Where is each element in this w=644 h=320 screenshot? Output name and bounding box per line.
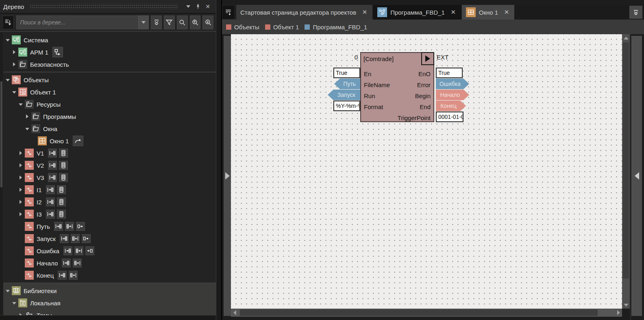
archive-icon[interactable] [59,161,68,170]
tree-row[interactable]: I3 [3,208,216,220]
search-prev-button[interactable] [190,15,201,29]
run-block-button[interactable] [421,52,434,65]
tree-row[interactable]: Начало [3,257,216,269]
expander-icon[interactable] [18,187,24,193]
bind-out-icon[interactable] [65,222,74,231]
expander-icon[interactable] [24,126,30,132]
tree-row[interactable]: Окно 1 [3,135,216,147]
ext-out-icon[interactable] [82,234,91,243]
close-icon[interactable]: ✕ [361,9,368,16]
search-input[interactable] [16,15,138,29]
scroll-down-button[interactable] [622,301,630,309]
tree-row[interactable]: Ошибка [3,245,216,257]
expander-icon[interactable] [5,37,11,43]
canvas-vertical-scrollbar[interactable] [622,34,630,309]
tab-program-fbd[interactable]: Программа_FBD_1 ✕ [373,5,461,20]
bind-out-icon[interactable] [69,271,78,280]
drag-handle[interactable] [30,4,178,9]
search-button[interactable] [177,15,188,29]
deploy-icon[interactable] [52,47,63,57]
tree-row[interactable]: Путь [3,220,216,232]
ext-in-icon[interactable] [85,246,94,255]
tree-row[interactable]: Окна [3,123,216,135]
tab-overflow-button[interactable] [629,6,642,19]
output-tag-konec[interactable]: Конец [436,101,466,111]
bind-in-icon[interactable] [48,173,57,182]
tree-row[interactable]: АРМ 1 [3,46,216,58]
scroll-left-button[interactable] [231,309,238,317]
bind-in-icon[interactable] [63,246,72,255]
tree-row[interactable]: V1 [3,147,216,159]
expander-icon[interactable] [18,162,24,168]
tree-row[interactable]: Запуск [3,232,216,245]
bind-in-icon[interactable] [46,185,55,194]
expander-icon[interactable] [18,101,24,107]
filter-button[interactable] [164,15,175,29]
tree-row[interactable]: Ресурсы [3,98,216,110]
expander-icon[interactable] [18,199,24,205]
tab-window-1[interactable]: Окно 1 ✕ [462,5,514,20]
tree-row[interactable]: I2 [3,196,216,208]
expander-icon[interactable] [18,150,24,156]
input-value-format[interactable]: %Y-%m-% [333,101,360,111]
ext-out-icon[interactable] [76,222,85,231]
tree-row[interactable]: Конец [3,269,216,281]
output-tag-nachalo[interactable]: Начало [436,90,469,100]
archive-icon[interactable] [59,149,68,158]
input-value-en[interactable]: True [333,68,360,78]
tree-row[interactable]: Безопасность [3,58,216,70]
bind-out-icon[interactable] [74,246,83,255]
search-history-button[interactable] [138,15,149,29]
horizontal-scroll-thumb[interactable] [240,309,598,316]
tab-list-button[interactable] [222,5,235,20]
fbd-canvas[interactable]: 0 EXT [Comtrade] En EnO FileName Error R… [231,34,622,309]
bind-in-icon[interactable] [48,161,57,170]
bind-in-icon[interactable] [54,222,63,231]
tree-row[interactable]: V3 [3,171,216,184]
scroll-up-button[interactable] [622,34,630,42]
tab-start-page[interactable]: Стартовая страница редактора проектов ✕ [236,5,372,20]
archive-icon[interactable] [57,197,66,206]
output-tag-oshibka[interactable]: Ошибка [436,79,469,89]
scroll-right-button[interactable] [615,309,622,317]
canvas-horizontal-scrollbar[interactable] [231,309,622,317]
output-value-triggerpoint[interactable]: 0001-01-0 [436,112,463,122]
expander-icon[interactable] [18,175,24,180]
archive-icon[interactable] [57,185,66,194]
expander-icon[interactable] [24,114,30,119]
expander-icon[interactable] [11,49,17,55]
comtrade-function-block[interactable]: [Comtrade] En EnO FileName Error Run Beg… [360,52,434,122]
tree-scrollbar-thumb[interactable] [0,81,2,187]
tree-row[interactable]: Библиотеки [3,285,216,297]
bind-out-icon[interactable] [73,259,82,267]
expander-icon[interactable] [11,300,17,306]
open-icon[interactable] [73,136,83,146]
expand-all-button[interactable] [151,15,162,29]
close-icon[interactable]: ✕ [503,9,510,16]
bind-in-icon[interactable] [46,197,55,206]
pin-button[interactable] [193,2,203,11]
tree-row[interactable]: Локальная [3,297,216,309]
output-value-eno[interactable]: True [436,68,463,78]
tree-scrollbar[interactable] [0,33,3,315]
bind-in-icon[interactable] [48,149,57,158]
input-tag-put[interactable]: Путь [334,79,360,89]
tree-row[interactable]: Объекты [3,74,216,86]
tree-row[interactable]: Темы [3,309,216,315]
tree-row[interactable]: Программы [3,110,216,123]
breadcrumb-item-objects[interactable]: Объекты [226,24,259,31]
archive-icon[interactable] [57,210,66,219]
expander-icon[interactable] [11,89,17,95]
breadcrumb-item-program[interactable]: Программа_FBD_1 [305,24,367,31]
panel-menu-button[interactable] [183,2,193,11]
breadcrumb-item-object-1[interactable]: Объект 1 [265,24,299,31]
tree-arrange-button[interactable] [2,15,14,29]
search-next-button[interactable] [202,15,213,29]
close-icon[interactable]: ✕ [450,9,457,16]
expand-left-panel-handle[interactable] [224,36,231,316]
expander-icon[interactable] [18,312,24,315]
bind-in-icon[interactable] [62,259,71,267]
bind-out-icon[interactable] [71,234,80,243]
tree-row[interactable]: I1 [3,184,216,196]
input-tag-zapusk[interactable]: Запуск [328,90,360,100]
